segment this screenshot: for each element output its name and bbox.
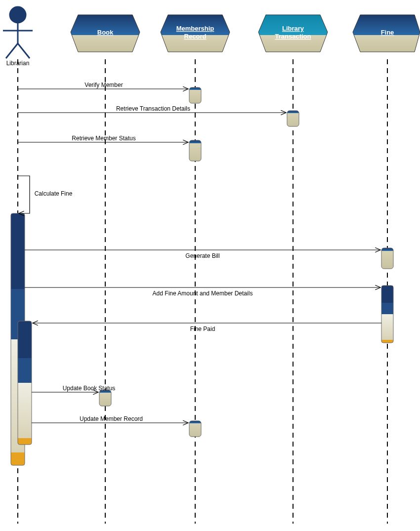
activation-book-1 [99,390,111,406]
activation-fine-1 [381,248,393,269]
actor-librarian [3,7,33,58]
activation-membership-2 [189,140,201,161]
activation-fine-2 [381,286,393,343]
msg-calculate-fine: Calculate Fine [35,190,73,197]
activation-transaction-1 [287,111,299,126]
activation-membership-1 [189,87,201,103]
object-membership-label2: Record [184,33,207,40]
msg-update-member: Update Member Record [80,415,143,422]
svg-line-8 [6,43,18,58]
object-membership: Membership Record [161,15,230,52]
object-book: Book [71,15,140,52]
msg-add-fine: Add Fine Amount and Member Details [153,290,253,297]
msg-generate-bill: Generate Bill [185,252,219,259]
msg-update-book: Update Book Status [63,385,116,392]
object-fine-label: Fine [381,29,394,36]
activation-librarian-nested [18,321,32,445]
sequence-diagram: Librarian Book Membership Record Library… [0,0,420,531]
actor-label: Librarian [6,60,30,67]
object-transaction: Library Transaction [258,15,328,52]
object-transaction-label2: Transaction [275,33,311,40]
msg-fine-paid: Fine Paid [190,326,215,332]
msg-retrieve-transaction: Retrieve Transaction Details [116,105,190,112]
msg-verify-member: Verify Member [84,82,123,88]
activation-membership-3 [189,421,201,437]
object-transaction-label1: Library [282,25,304,32]
msg-retrieve-status: Retrieve Member Status [72,135,135,142]
svg-point-5 [10,7,26,23]
svg-line-9 [18,43,30,58]
object-book-label: Book [97,29,114,36]
object-membership-label1: Membership [176,25,214,32]
object-fine: Fine [353,15,420,52]
